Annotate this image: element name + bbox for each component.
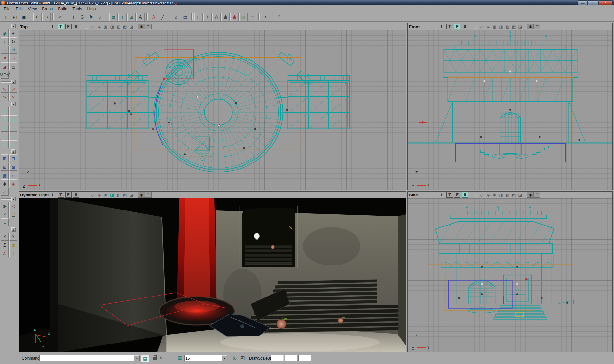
menu-tools[interactable]: Tools (70, 6, 84, 12)
context-help-icon[interactable]: ? (275, 13, 283, 21)
texture-rotate-icon[interactable]: ↺ (9, 46, 17, 54)
invert-selection-icon[interactable]: × (1, 210, 9, 218)
camera-speed-icon[interactable]: ⌖ (159, 355, 162, 361)
open-map-icon[interactable]: ◱ (11, 13, 19, 21)
menu-help[interactable]: Help (85, 6, 98, 12)
add-volume-icon[interactable]: ◇ (1, 188, 9, 196)
csg-subtract-icon[interactable]: ⊟ (9, 154, 17, 162)
viewport-type-top-button[interactable]: T (58, 24, 64, 29)
viewport-type-front-button[interactable]: F (65, 192, 72, 198)
viewport-type-front-button[interactable]: F (454, 24, 460, 29)
brush-clip2-icon[interactable]: ◿ (9, 85, 17, 93)
mirror-z-icon[interactable]: Z (1, 241, 9, 249)
lighting-only-mode-icon[interactable]: ◩ (511, 24, 516, 29)
pen-tool-icon[interactable]: ╱ (159, 13, 167, 21)
dynamic-light-mode-icon[interactable]: ◨ (109, 24, 115, 29)
viewport-type-top-button[interactable]: T (58, 192, 64, 198)
lighting-only-mode-icon[interactable]: ◩ (122, 24, 128, 29)
tessellated-sheet-icon[interactable]: ▦ (1, 124, 9, 132)
prefab-browser-icon[interactable]: ⊞ (127, 13, 136, 21)
flag-icon[interactable]: ⚑ (87, 13, 95, 21)
polygon-editing-icon[interactable]: ▱ (9, 54, 17, 62)
textured-mode-icon[interactable]: ◧ (116, 24, 121, 29)
realtime-preview-icon[interactable]: ↥ (51, 193, 54, 197)
brush-clip-icon[interactable]: ◺ (1, 85, 9, 93)
cone-brush-icon[interactable]: △ (9, 132, 17, 140)
texture-usage-mode-icon[interactable]: ◈ (485, 24, 491, 29)
zone-portal-mode-icon[interactable]: ◇ (90, 192, 96, 197)
viewport-type-top-button[interactable]: T (446, 24, 453, 29)
wireframe-mode-icon[interactable]: ▢ (473, 24, 478, 29)
cylinder-brush-icon[interactable]: ◎ (1, 132, 9, 140)
drawscale3d-x-input[interactable] (271, 355, 284, 361)
vertex-editing-icon[interactable]: + (9, 29, 17, 37)
play-map-icon[interactable]: ⌖ (262, 13, 270, 21)
hide-all-actors-icon[interactable]: ≡ (1, 218, 9, 226)
build-options-icon[interactable]: ≡ (248, 13, 256, 21)
preview-window-icon[interactable]: ▢ (9, 210, 17, 218)
lock-icon[interactable] (153, 357, 157, 360)
menu-file[interactable]: File (1, 6, 13, 12)
brush-scaling-icon[interactable]: ↗ (1, 54, 9, 62)
viewport-type-side-button[interactable]: S (462, 192, 468, 198)
zone-portal-mode-icon[interactable]: ◇ (479, 24, 484, 29)
maximize-viewport-icon[interactable]: ◰ (240, 355, 245, 361)
dynamic-light-mode-icon[interactable]: ◨ (109, 192, 115, 197)
depth-complexity-mode-icon[interactable]: ◪ (129, 24, 134, 29)
new-map-icon[interactable]: ▯ (2, 13, 10, 21)
add-mover-icon[interactable]: ∩ (9, 171, 17, 179)
bsp-cuts-mode-icon[interactable]: ▣ (492, 24, 497, 29)
show-flags-icon[interactable]: ◉ (527, 192, 534, 197)
undo-icon[interactable]: ↶ (33, 13, 42, 21)
lighting-only-mode-icon[interactable]: ◩ (511, 192, 516, 197)
sheet-icon[interactable]: ▱ (9, 124, 17, 132)
grid-size-input[interactable] (184, 355, 222, 361)
wireframe-mode-icon[interactable]: ▢ (473, 192, 478, 197)
volumetric-sheet-icon[interactable]: ∗ (1, 140, 9, 148)
add-static-mesh-icon[interactable]: ▩ (239, 13, 248, 21)
mirror-y-icon[interactable]: Y (9, 233, 17, 241)
shape-editor-icon[interactable]: ∠ (1, 249, 9, 257)
viewport-type-side-button[interactable]: S (462, 24, 468, 29)
viewport-type-side-button[interactable]: S (73, 192, 79, 198)
close-button[interactable]: × (598, 0, 613, 5)
wireframe-mode-icon[interactable]: ▢ (84, 192, 89, 197)
float-viewport-icon[interactable]: ⊩ (534, 24, 540, 29)
front-viewport-canvas[interactable]: Z X Y (408, 30, 612, 190)
command-dropdown-arrow[interactable]: ▼ (134, 355, 140, 361)
show-selected-actors-icon[interactable]: ◉ (1, 202, 9, 210)
add-lights-icon[interactable]: ⁂ (212, 13, 221, 21)
sphere-brush-icon[interactable]: ● (9, 140, 17, 148)
zone-portal-mode-icon[interactable]: ◇ (479, 192, 484, 197)
viewport-type-top-button[interactable]: T (446, 192, 453, 198)
grid-size-dropdown-arrow[interactable]: ▼ (222, 355, 227, 361)
path-tool-icon[interactable]: ⋔ (221, 13, 230, 21)
csg-intersect-icon[interactable]: ⊡ (1, 163, 9, 171)
actor-rotate-icon[interactable]: ↻ (9, 37, 17, 45)
title-bar[interactable]: Unreal Level Editor - Build UT2004_Build… (0, 0, 614, 5)
mesh-viewer-icon[interactable]: ◫ (118, 13, 127, 21)
measure-tool-icon[interactable]: Λ (150, 13, 158, 21)
float-viewport-icon[interactable]: ⊩ (145, 192, 151, 197)
path-tool-red-icon[interactable]: ⋔ (230, 13, 239, 21)
font-tool-icon[interactable]: A (136, 13, 145, 21)
textured-mode-icon[interactable]: ◧ (505, 192, 510, 197)
clip-delete-icon[interactable]: × (9, 93, 17, 101)
texture-browser2-icon[interactable]: ▤ (181, 13, 189, 21)
search-actors-icon[interactable]: ∞ (56, 13, 64, 21)
face-drag-icon[interactable]: ◢ (1, 62, 9, 70)
texture-browser-icon[interactable]: ▦ (109, 13, 118, 21)
menu-edit[interactable]: Edit (13, 6, 25, 12)
show-flags-icon[interactable]: ◉ (527, 24, 534, 29)
show-flags-icon[interactable]: ◉ (138, 24, 145, 29)
texture-usage-mode-icon[interactable]: ◈ (97, 24, 102, 29)
bsp-cuts-mode-icon[interactable]: ▣ (492, 192, 497, 197)
float-viewport-icon[interactable]: ⊩ (145, 24, 151, 29)
hide-selected-actors-icon[interactable]: ◎ (9, 202, 17, 210)
zone-portal-mode-icon[interactable]: ◇ (90, 24, 96, 29)
depth-complexity-mode-icon[interactable]: ◪ (517, 192, 523, 197)
camera-movement-icon[interactable]: ◉ (1, 29, 9, 37)
group-browser-icon[interactable]: G (78, 13, 86, 21)
texture-usage-mode-icon[interactable]: ◈ (97, 192, 102, 197)
command-input[interactable] (39, 355, 134, 361)
